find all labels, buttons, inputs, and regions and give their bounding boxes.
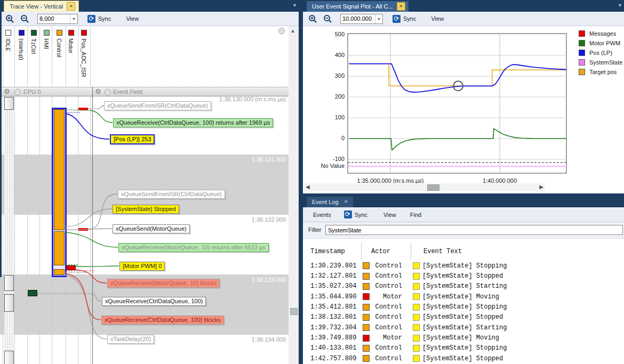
view-menu[interactable]: View xyxy=(126,15,139,22)
section-header-row: ⚙ − CPU 0 ⚙ − Event Field xyxy=(2,87,289,96)
collapse-all-icon[interactable]: − xyxy=(278,28,285,34)
log-actor: Motor xyxy=(370,334,402,342)
sync-icon[interactable]: ⟳ xyxy=(87,15,95,23)
event-label[interactable]: xQueueReceive(CtrlDataQueue, 100) return… xyxy=(113,118,273,127)
chevron-down-icon[interactable]: ▼ xyxy=(70,14,77,23)
event-label[interactable]: xQueueSend(MotorQueue) xyxy=(113,224,190,233)
idle-lane xyxy=(4,96,14,364)
log-actor: Control xyxy=(370,303,402,311)
column-header-event[interactable]: Event Text xyxy=(412,248,462,255)
chevron-down-icon[interactable]: ▾ xyxy=(293,2,296,8)
log-row[interactable]: 1:40.133.801Control[SystemState] Stoppin… xyxy=(303,343,624,353)
log-row[interactable]: 1:35.412.801Control[SystemState] Stoppin… xyxy=(303,302,624,312)
task-fragment-tzctrl[interactable] xyxy=(28,290,37,296)
sync-icon[interactable]: ⟳ xyxy=(344,211,352,219)
sync-button[interactable]: Sync xyxy=(403,15,416,22)
actor-color-swatch xyxy=(57,30,62,36)
column-header-timestamp[interactable]: Timestamp xyxy=(303,248,363,255)
event-marker xyxy=(413,345,420,352)
scroll-left-icon[interactable]: ◀ xyxy=(306,184,310,190)
collapse-icon[interactable]: − xyxy=(105,89,111,95)
zoom-in-icon[interactable] xyxy=(5,14,14,23)
find-menu[interactable]: Find xyxy=(410,212,421,218)
isr-fragment[interactable] xyxy=(78,228,88,231)
task-fragment-idle[interactable] xyxy=(4,97,14,110)
task-fragment-control[interactable] xyxy=(54,269,65,275)
event-label[interactable]: xQueueReceive(CtrlDataQueue, 100) xyxy=(102,297,206,306)
event-label[interactable]: [SystemState] Stopped xyxy=(113,205,179,214)
panel-divider[interactable] xyxy=(299,0,303,364)
gear-icon[interactable]: ⚙ xyxy=(95,87,101,96)
signal-plot-canvas[interactable] xyxy=(303,27,624,193)
horizontal-scrollbar[interactable]: ◀ ▶ xyxy=(304,183,545,191)
view-menu[interactable]: View xyxy=(383,212,396,218)
sync-button[interactable]: Sync xyxy=(355,212,367,218)
zoom-level-input[interactable] xyxy=(38,14,70,23)
log-row[interactable]: 1:35.027.304Control[SystemState] Startin… xyxy=(303,281,624,292)
tab-signal-plot[interactable]: User Event Signal Plot - All C... × xyxy=(307,1,409,12)
actor-column-label[interactable]: TzCtrl xyxy=(30,38,37,54)
legend-item[interactable]: SystemState xyxy=(579,59,622,66)
event-label[interactable]: vTaskDelay(20) xyxy=(107,335,154,344)
event-label-selected[interactable]: [Pos (LP)] 253 xyxy=(110,134,155,144)
log-actor: Control xyxy=(370,344,402,352)
scrollbar-thumb[interactable] xyxy=(290,308,298,315)
close-icon[interactable]: × xyxy=(67,2,75,11)
chevron-down-icon[interactable]: ▾ xyxy=(619,2,621,8)
log-row[interactable]: 1:38.132.801Control[SystemState] Stopped xyxy=(303,312,624,322)
task-fragment-motor[interactable] xyxy=(66,265,76,270)
task-fragment-idle[interactable] xyxy=(4,294,14,312)
event-label[interactable]: [Motor PWM] 0 xyxy=(119,262,165,271)
event-label[interactable]: xQueueReceive(MotorQueue, 10) returns af… xyxy=(118,243,269,252)
sync-button[interactable]: Sync xyxy=(98,15,111,22)
log-event-text: [SystemState] Stopping xyxy=(422,262,507,270)
gear-icon[interactable]: ⚙ xyxy=(4,87,10,96)
event-marker xyxy=(413,335,420,342)
event-label[interactable]: xQueueSendFromISR(CtrlDataQueue) xyxy=(104,101,211,110)
actor-column-label[interactable]: HMI xyxy=(43,38,50,49)
isr-fragment[interactable] xyxy=(78,108,88,110)
sync-icon[interactable]: ⟳ xyxy=(393,15,401,23)
tab-event-log[interactable]: Event Log × xyxy=(307,197,353,207)
view-menu[interactable]: View xyxy=(431,15,444,22)
log-row[interactable]: 1:32.127.801Control[SystemState] Stopped xyxy=(303,271,624,281)
task-fragment-idle[interactable] xyxy=(4,351,14,364)
event-label[interactable]: xQueueReceive(MotorQueue, 10) blocks xyxy=(107,279,220,288)
actor-column-label[interactable]: (startup) xyxy=(18,38,25,60)
task-fragment-control[interactable] xyxy=(54,231,65,265)
legend-item[interactable]: Target pos xyxy=(579,69,617,75)
legend-item[interactable]: Motor PWM xyxy=(579,40,620,46)
actor-column-label[interactable]: Control xyxy=(56,38,62,57)
collapse-icon[interactable]: − xyxy=(14,89,21,95)
task-fragment-idle[interactable] xyxy=(4,275,14,291)
scroll-right-icon[interactable]: ▶ xyxy=(539,184,543,190)
zoom-level-input[interactable] xyxy=(341,14,375,23)
zoom-out-icon[interactable] xyxy=(20,14,29,23)
log-row[interactable]: 1:42.757.809Control[SystemState] Stopped xyxy=(303,353,624,363)
log-row[interactable]: 1:35.044.890Motor[SystemState] Moving xyxy=(303,292,624,302)
close-icon[interactable]: × xyxy=(397,2,405,11)
zoom-in-icon[interactable] xyxy=(308,14,317,23)
tab-trace-view[interactable]: Trace View - Vertical × xyxy=(4,1,79,12)
scroll-up-icon[interactable]: ▲ xyxy=(290,28,295,34)
actor-column-label[interactable]: IDLE xyxy=(5,38,11,51)
scrollbar-thumb[interactable] xyxy=(427,184,439,191)
filter-input[interactable] xyxy=(325,225,623,235)
column-header-actor[interactable]: Actor xyxy=(363,248,412,255)
event-label[interactable]: xQueueReceive(CtrlDataQueue, 100) blocks xyxy=(101,316,224,325)
chevron-down-icon[interactable]: ▼ xyxy=(375,14,382,23)
events-menu[interactable]: Events xyxy=(313,212,331,218)
log-actor: Control xyxy=(370,324,402,331)
legend-item[interactable]: Messages xyxy=(579,30,616,37)
legend-item[interactable]: Pos (LP) xyxy=(579,50,612,56)
task-fragment-control[interactable] xyxy=(54,109,65,230)
close-icon[interactable]: × xyxy=(342,198,350,206)
log-row[interactable]: 1:39.749.889Motor[SystemState] Moving xyxy=(303,333,624,343)
actor-column-label[interactable]: Motor xyxy=(68,38,74,53)
event-label[interactable]: xQueueSendFromISR(CtrlDataQueue) xyxy=(118,190,225,199)
log-row[interactable]: 1:30.239.801Control[SystemState] Stoppin… xyxy=(303,261,624,271)
zoom-out-icon[interactable] xyxy=(323,14,332,23)
actor-column-label[interactable]: Pos_ADC_ISR xyxy=(81,38,87,77)
log-row[interactable]: 1:39.732.304Control[SystemState] Startin… xyxy=(303,322,624,333)
timeline-timestamp: 1:38.132.000 xyxy=(179,216,286,223)
